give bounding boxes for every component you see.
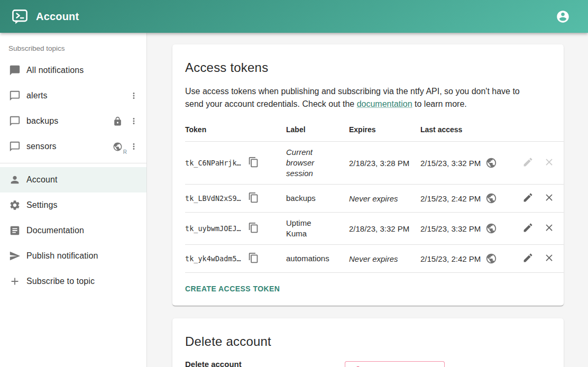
sidebar-item-account[interactable]: Account (0, 167, 146, 192)
account-circle-icon (556, 10, 570, 24)
token-label: backups (286, 193, 349, 204)
token-value: tk_LBVdN2xS9… (185, 194, 241, 203)
main-content: Access tokens Use access tokens when pub… (147, 33, 588, 367)
sidebar-item-all-notifications[interactable]: All notifications (0, 58, 146, 83)
article-icon (8, 224, 21, 237)
col-header-last-access: Last access (420, 125, 513, 134)
token-last-access: 2/15/23, 3:32 PM (420, 159, 481, 168)
token-label: Uptime Kuma (286, 218, 349, 239)
topic-menu-icon[interactable] (127, 140, 140, 153)
access-tokens-card: Access tokens Use access tokens when pub… (172, 44, 564, 306)
sidebar-item-label: alerts (26, 91, 48, 100)
delete-account-info: Delete account Permanently delete your a… (185, 360, 345, 367)
copy-icon[interactable] (247, 252, 260, 265)
edit-token-icon[interactable] (521, 252, 534, 265)
chat-outline-icon (8, 89, 21, 102)
chat-outline-icon (8, 115, 21, 127)
topic-menu-icon[interactable] (127, 89, 140, 102)
sidebar-item-alerts[interactable]: alerts (0, 83, 146, 108)
sidebar-item-publish-notification[interactable]: Publish notification (0, 243, 146, 269)
token-expires: 2/18/23, 3:28 PM (349, 159, 420, 168)
plus-icon (8, 275, 21, 288)
delete-token-icon[interactable] (543, 222, 555, 235)
sidebar-item-documentation[interactable]: Documentation (0, 218, 146, 243)
account-menu-button[interactable] (552, 6, 573, 27)
table-row: tk_uybwmJOEJ… Uptime Kuma 2/18/23, 3:32 … (185, 213, 564, 245)
globe-icon (485, 192, 497, 204)
sidebar-item-label: Documentation (26, 226, 84, 235)
globe-icon (485, 223, 497, 234)
sidebar-item-label: Settings (26, 200, 58, 210)
delete-account-button[interactable]: DELETE ACCOUNT (345, 361, 445, 367)
copy-icon[interactable] (247, 192, 260, 205)
token-last-access: 2/15/23, 2:42 PM (420, 254, 481, 263)
description-text: Use access tokens when publishing and su… (185, 87, 520, 108)
tokens-table-header: Token Label Expires Last access (185, 118, 564, 142)
gear-icon (8, 199, 21, 212)
globe-reserved-icon: R (111, 140, 124, 153)
sidebar-item-settings[interactable]: Settings (0, 192, 146, 218)
delete-token-icon[interactable] (543, 192, 555, 205)
table-row: tk_yk4wDadm5… automations Never expires … (185, 245, 564, 273)
table-row: tk_LBVdN2xS9… backups Never expires 2/15… (185, 185, 564, 213)
sidebar-item-label: Account (26, 175, 58, 185)
token-label: Current browser session (286, 147, 349, 179)
sidebar-item-label: Publish notification (26, 251, 98, 261)
app-bar: Account (0, 0, 588, 33)
create-access-token-button[interactable]: CREATE ACCESS TOKEN (185, 279, 284, 298)
col-header-label: Label (286, 124, 349, 135)
globe-icon (485, 157, 497, 169)
globe-icon (485, 253, 497, 264)
access-tokens-title: Access tokens (185, 60, 564, 75)
token-last-access: 2/15/23, 2:42 PM (420, 194, 481, 203)
subscribed-topics-label: Subscribed topics (0, 38, 146, 58)
reserved-marker: R (123, 149, 127, 155)
col-header-expires: Expires (349, 125, 420, 134)
ntfy-logo-icon (12, 8, 28, 25)
sidebar-divider (0, 163, 146, 163)
token-value: tk_uybwmJOEJ… (185, 224, 241, 233)
sidebar-item-label: sensors (26, 142, 57, 151)
delete-account-card: Delete account Delete account Permanentl… (172, 318, 564, 367)
sidebar-item-label: backups (26, 116, 58, 126)
edit-token-icon[interactable] (521, 222, 534, 235)
sidebar: Subscribed topics All notifications aler… (0, 33, 147, 367)
delete-account-row: Delete account Permanently delete your a… (185, 360, 564, 367)
token-expires: 2/18/23, 3:32 PM (349, 224, 420, 233)
edit-token-icon[interactable] (521, 192, 534, 205)
access-tokens-description: Use access tokens when publishing and su… (185, 85, 547, 111)
token-expires: Never expires (349, 194, 420, 203)
delete-account-item-title: Delete account (185, 360, 345, 367)
delete-token-icon (543, 157, 555, 169)
lock-icon (111, 115, 124, 127)
delete-token-icon[interactable] (543, 252, 555, 265)
sidebar-item-label: Subscribe to topic (26, 277, 95, 286)
person-icon (8, 173, 21, 186)
copy-icon[interactable] (247, 157, 260, 169)
token-value: tk_yk4wDadm5… (185, 254, 241, 263)
col-header-token: Token (185, 125, 286, 134)
token-last-access: 2/15/23, 3:32 PM (420, 224, 481, 233)
sidebar-item-subscribe-to-topic[interactable]: Subscribe to topic (0, 269, 146, 294)
delete-account-title: Delete account (185, 334, 564, 349)
page-title: Account (36, 11, 79, 23)
token-expires: Never expires (349, 254, 420, 263)
description-text: to learn more. (412, 99, 467, 108)
sidebar-item-sensors[interactable]: sensors R (0, 134, 146, 159)
table-row: tk_C6NPaHrjk… Current browser session 2/… (185, 142, 564, 185)
sidebar-item-label: All notifications (26, 66, 84, 75)
tokens-table: Token Label Expires Last access tk_C6NPa… (185, 118, 564, 273)
topic-menu-icon[interactable] (127, 115, 140, 127)
token-value: tk_C6NPaHrjk… (185, 159, 241, 167)
send-icon (8, 250, 21, 262)
token-label: automations (286, 253, 349, 264)
sidebar-item-backups[interactable]: backups (0, 108, 146, 134)
copy-icon[interactable] (247, 222, 260, 235)
chat-filled-icon (8, 64, 21, 77)
documentation-link[interactable]: documentation (357, 99, 412, 108)
edit-token-icon (521, 157, 534, 169)
chat-outline-icon (8, 140, 21, 153)
